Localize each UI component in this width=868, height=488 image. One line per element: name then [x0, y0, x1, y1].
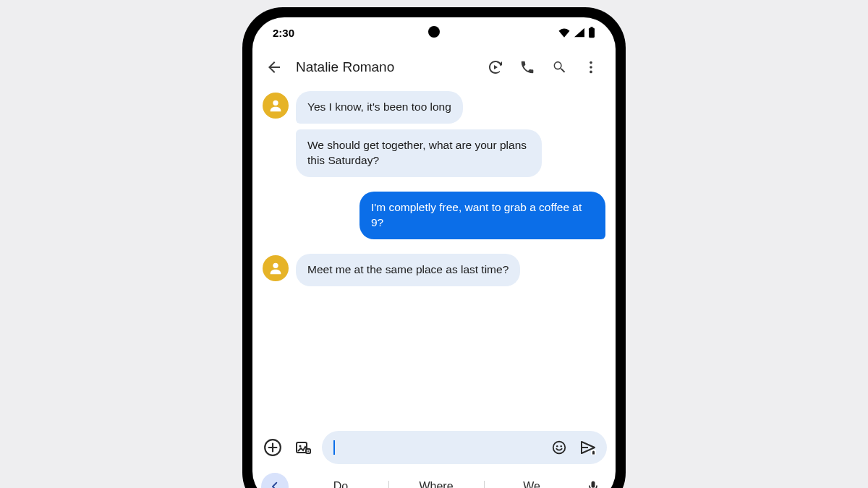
- video-call-button[interactable]: [481, 53, 510, 82]
- keyboard-suggestion-bar: Do Where We: [252, 468, 616, 488]
- more-options-button[interactable]: [576, 53, 605, 82]
- wifi-icon: [558, 27, 571, 38]
- svg-rect-1: [590, 27, 592, 28]
- voice-call-button[interactable]: [513, 53, 542, 82]
- signal-icon: [574, 27, 585, 38]
- incoming-message-bubble[interactable]: Meet me at the same place as last time?: [296, 254, 520, 286]
- gallery-button[interactable]: [292, 436, 315, 459]
- phone-screen: 2:30 Natalie Romano: [252, 17, 616, 488]
- microphone-icon: [586, 479, 600, 489]
- svg-point-12: [553, 442, 566, 454]
- back-button[interactable]: [260, 53, 289, 82]
- conversation-app-bar: Natalie Romano: [252, 48, 616, 87]
- svg-point-2: [590, 61, 592, 64]
- svg-point-6: [273, 262, 278, 267]
- battery-icon: [588, 27, 595, 38]
- chevron-left-icon: [268, 480, 281, 489]
- add-attachment-button[interactable]: [261, 436, 284, 459]
- search-button[interactable]: [545, 53, 574, 82]
- message-row: Yes I know, it's been too long: [263, 91, 605, 124]
- message-list[interactable]: Yes I know, it's been too long We should…: [252, 87, 616, 425]
- person-icon: [268, 98, 284, 114]
- emoji-button[interactable]: [548, 436, 571, 459]
- phone-frame: 2:30 Natalie Romano: [242, 7, 626, 488]
- svg-rect-16: [592, 481, 595, 487]
- svg-point-14: [561, 445, 562, 447]
- incoming-message-bubble[interactable]: Yes I know, it's been too long: [296, 91, 463, 124]
- contact-avatar[interactable]: [263, 93, 289, 119]
- contact-name[interactable]: Natalie Romano: [296, 59, 478, 75]
- camera-dot: [428, 26, 440, 38]
- outgoing-message-bubble[interactable]: I'm completly free, want to grab a coffe…: [359, 192, 605, 239]
- svg-point-11: [307, 450, 309, 452]
- person-icon: [268, 260, 284, 276]
- status-time: 2:30: [273, 27, 294, 39]
- message-row: We should get together, what are your pl…: [263, 129, 605, 177]
- message-row: Meet me at the same place as last time?: [263, 254, 605, 286]
- message-row: I'm completly free, want to grab a coffe…: [263, 192, 605, 239]
- send-button[interactable]: [576, 436, 600, 459]
- compose-bar: [252, 425, 616, 468]
- suggestion-item[interactable]: Do: [293, 480, 388, 489]
- contact-avatar[interactable]: [263, 255, 289, 281]
- svg-point-4: [590, 71, 592, 74]
- svg-point-5: [273, 100, 278, 106]
- svg-point-3: [590, 66, 592, 69]
- suggestion-item[interactable]: Where: [388, 480, 484, 489]
- svg-point-9: [299, 445, 302, 448]
- message-input[interactable]: [322, 431, 607, 464]
- incoming-message-bubble[interactable]: We should get together, what are your pl…: [296, 129, 542, 177]
- suggestion-back-button[interactable]: [261, 473, 289, 489]
- svg-rect-0: [589, 28, 595, 38]
- text-cursor: [333, 440, 335, 455]
- svg-point-13: [556, 445, 558, 447]
- voice-typing-button[interactable]: [579, 473, 607, 489]
- suggestion-item[interactable]: We: [484, 480, 579, 489]
